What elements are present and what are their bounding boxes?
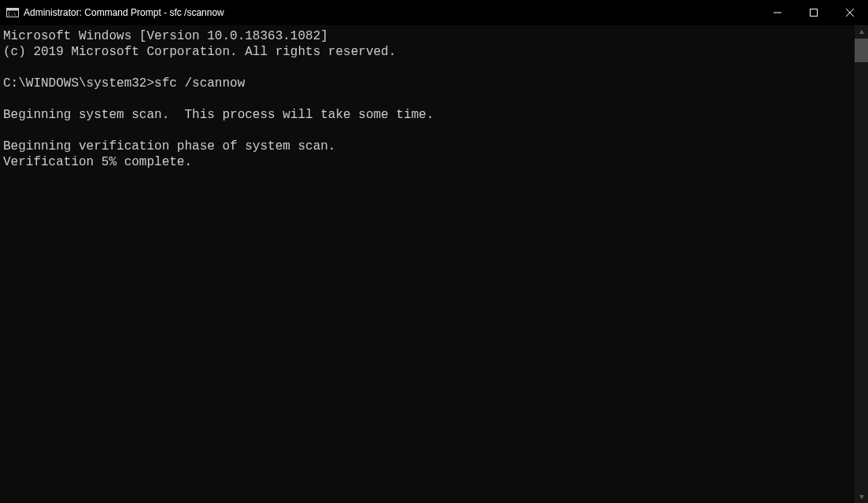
scroll-up-arrow-icon[interactable] [855, 25, 868, 39]
scroll-down-arrow-icon[interactable] [855, 490, 868, 503]
command-text: sfc /scannow [154, 76, 245, 91]
copyright-line: (c) 2019 Microsoft Corporation. All righ… [3, 44, 851, 60]
verification-progress-line: Verification 5% complete. [3, 154, 851, 170]
vertical-scrollbar[interactable] [855, 25, 868, 503]
version-line: Microsoft Windows [Version 10.0.18363.10… [3, 28, 851, 44]
scroll-thumb[interactable] [855, 39, 868, 62]
blank-line [3, 60, 851, 76]
content-area: Microsoft Windows [Version 10.0.18363.10… [0, 25, 868, 503]
svg-rect-4 [811, 9, 818, 17]
svg-text:C:\: C:\ [8, 11, 17, 17]
titlebar[interactable]: C:\ Administrator: Command Prompt - sfc … [0, 0, 868, 25]
prompt-path: C:\WINDOWS\system32> [3, 76, 154, 91]
cmd-icon: C:\ [6, 6, 19, 19]
scan-start-line: Beginning system scan. This process will… [3, 107, 851, 123]
window-title: Administrator: Command Prompt - sfc /sca… [24, 7, 224, 18]
verification-start-line: Beginning verification phase of system s… [3, 139, 851, 154]
close-button[interactable] [832, 0, 868, 25]
blank-line [3, 123, 851, 139]
svg-marker-8 [859, 495, 864, 499]
scroll-track[interactable] [855, 39, 868, 503]
blank-line [3, 91, 851, 107]
prompt-line: C:\WINDOWS\system32>sfc /scannow [3, 76, 851, 91]
maximize-button[interactable] [796, 0, 832, 25]
svg-marker-7 [859, 30, 864, 34]
window-controls [759, 0, 868, 25]
terminal-output[interactable]: Microsoft Windows [Version 10.0.18363.10… [0, 25, 855, 503]
minimize-button[interactable] [759, 0, 796, 25]
